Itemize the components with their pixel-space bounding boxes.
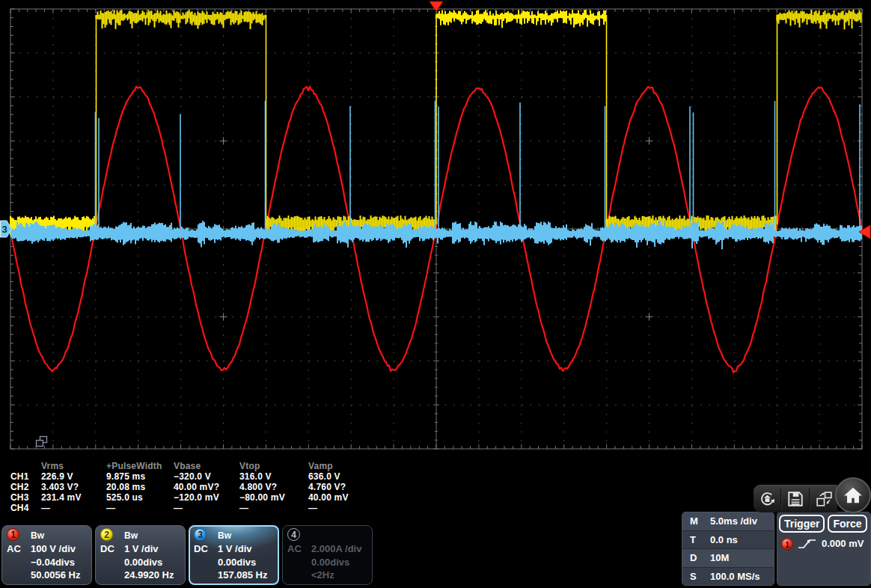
measurement-cell: 231.4 mV <box>41 492 106 503</box>
timebase-key: D <box>682 552 710 563</box>
channel4-box[interactable]: 4 AC 2.000A /div 0.00divs <2Hz <box>282 525 373 585</box>
timebase-row-samplerate[interactable]: S 100.0 MS/s <box>682 568 774 586</box>
timebase-row-delay[interactable]: T 0.0 ns <box>682 531 774 550</box>
timebase-row-main[interactable]: M 5.0ms /div <box>682 512 774 531</box>
measurement-cell: 226.9 V <box>41 471 106 482</box>
channel2-scale: 1 V /div <box>124 543 182 557</box>
channel-status-bar: 1 Bw AC 100 V /div −0.04divs 50.0056 Hz … <box>1 525 373 585</box>
channel2-box[interactable]: 2 Bw DC 1 V /div 0.00divs 24.9920 Hz <box>95 525 186 585</box>
trigger-panel: Trigger Force 1 0.000 mV <box>777 512 871 586</box>
measurement-header-vbase: Vbase <box>174 461 239 471</box>
measurement-cell: — <box>106 503 174 513</box>
measurement-cell: 525.0 us <box>106 492 174 503</box>
channel3-box[interactable]: 3 Bw DC 1 V /div 0.00divs 157.085 Hz <box>189 525 279 585</box>
measurement-cell: 4.800 V? <box>239 482 308 492</box>
measurement-cell: 3.403 V? <box>41 482 106 492</box>
measurement-cell: — <box>239 503 308 513</box>
autoscale-icon <box>758 490 777 509</box>
force-trigger-button[interactable]: Force <box>828 515 867 533</box>
measurement-cell: 4.760 V? <box>308 482 391 492</box>
overlapping-windows-icon[interactable] <box>37 437 47 447</box>
timebase-key: M <box>682 515 710 527</box>
channel2-offset: 0.00divs <box>124 557 182 569</box>
channel2-coupling: DC <box>100 543 124 557</box>
trigger-level-value: 0.000 mV <box>822 538 864 549</box>
channel3-offset: 0.00divs <box>218 557 275 569</box>
home-icon <box>843 486 864 505</box>
measurement-cell: 9.875 ms <box>106 471 174 482</box>
measurement-corner <box>10 461 41 471</box>
autoscale-button[interactable] <box>754 486 780 512</box>
measurement-header-vtop: Vtop <box>239 461 308 471</box>
rising-edge-icon <box>797 537 818 550</box>
save-icon <box>786 490 804 508</box>
window-arrange-icon <box>815 490 834 508</box>
timebase-panel: M 5.0ms /div T 0.0 ns D 10M S 100.0 MS/s <box>682 512 774 586</box>
channel3-coupling: DC <box>194 543 218 557</box>
measurement-row-label: CH1 <box>10 471 41 482</box>
measurement-cell: 636.0 V <box>308 471 391 482</box>
measurement-cell: 20.08 ms <box>106 482 174 492</box>
measurement-row-label: CH4 <box>10 503 41 513</box>
scope-display[interactable]: 3 <box>0 0 871 458</box>
channel1-scale: 100 V /div <box>31 543 88 557</box>
measurement-header-vamp: Vamp <box>308 461 391 471</box>
trigger-source-badge: 1 <box>781 538 793 550</box>
quick-action-toolbar <box>754 485 837 512</box>
measurement-row-label: CH3 <box>10 492 41 503</box>
measurement-cell: −320.0 V <box>174 471 239 482</box>
channel1-frequency: 50.0056 Hz <box>31 569 88 582</box>
channel1-coupling: AC <box>7 543 31 557</box>
measurement-header-pulsewidth: +PulseWidth <box>106 461 174 471</box>
channel2-badge: 2 <box>100 528 113 541</box>
bandwidth-limit-label: Bw <box>31 528 88 543</box>
oscilloscope-screen: 3 Vrms +PulseWidth Vbase Vtop Vamp CH1 2… <box>0 0 871 588</box>
channel2-frequency: 24.9920 Hz <box>124 569 182 582</box>
measurement-cell: 40.00 mV? <box>174 482 239 492</box>
channel1-offset: −0.04divs <box>31 557 88 569</box>
home-button[interactable] <box>835 477 871 513</box>
save-button[interactable] <box>782 486 809 512</box>
trigger-position-marker[interactable] <box>430 1 443 11</box>
sample-rate-value: 100.0 MS/s <box>710 571 760 582</box>
timebase-scale-value: 5.0ms /div <box>710 515 757 527</box>
window-arrange-button[interactable] <box>810 486 837 512</box>
channel3-badge: 3 <box>194 528 207 541</box>
bandwidth-limit-label <box>311 528 369 543</box>
measurement-header-vrms: Vrms <box>41 461 106 471</box>
channel3-frequency: 157.085 Hz <box>218 569 275 582</box>
trigger-menu-button[interactable]: Trigger <box>779 515 825 533</box>
measurement-cell: — <box>174 503 239 513</box>
timebase-key: T <box>682 534 710 545</box>
channel4-badge: 4 <box>287 528 300 541</box>
measurement-cell: −120.0 mV <box>174 492 239 503</box>
channel3-marker-label: 3 <box>2 224 7 235</box>
measurement-row-label: CH2 <box>10 482 41 492</box>
measurement-cell: 316.0 V <box>239 471 308 482</box>
measurement-cell: — <box>308 503 391 513</box>
channel3-scale: 1 V /div <box>218 543 275 557</box>
measurement-table: Vrms +PulseWidth Vbase Vtop Vamp CH1 226… <box>10 461 391 513</box>
timebase-key: S <box>682 571 710 582</box>
channel1-box[interactable]: 1 Bw AC 100 V /div −0.04divs 50.0056 Hz <box>1 525 92 585</box>
memory-depth-value: 10M <box>710 552 729 563</box>
measurement-cell: — <box>41 503 106 513</box>
channel4-scale: 2.000A /div <box>311 543 369 557</box>
channel4-coupling: AC <box>287 543 311 557</box>
measurement-cell: 40.00 mV <box>308 492 391 503</box>
measurement-cell: −80.00 mV <box>239 492 308 503</box>
bandwidth-limit-label: Bw <box>218 528 275 543</box>
bandwidth-limit-label: Bw <box>124 528 182 543</box>
channel4-frequency: <2Hz <box>311 569 369 582</box>
timebase-delay-value: 0.0 ns <box>710 534 738 545</box>
channel1-badge: 1 <box>7 528 19 541</box>
timebase-row-depth[interactable]: D 10M <box>682 549 774 568</box>
channel4-offset: 0.00divs <box>311 557 369 569</box>
